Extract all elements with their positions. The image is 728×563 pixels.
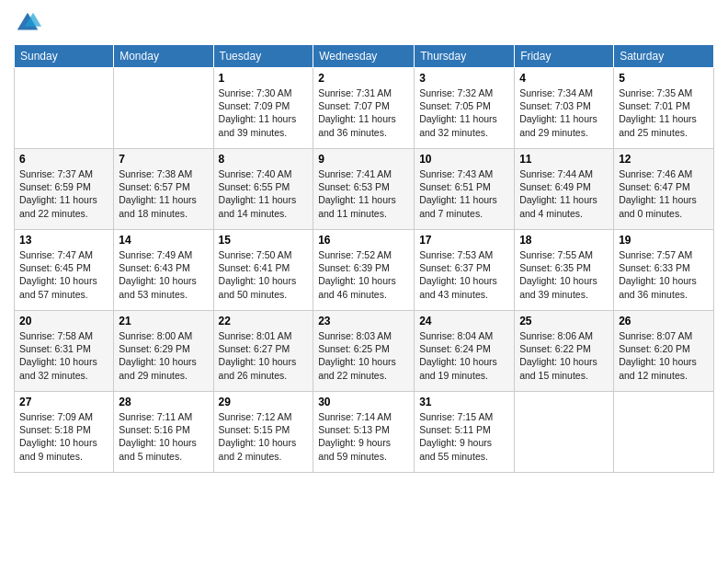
day-number: 1 (219, 72, 309, 85)
day-number: 4 (519, 72, 609, 85)
day-info: Sunrise: 7:09 AM Sunset: 5:18 PM Dayligh… (19, 410, 108, 463)
day-info: Sunrise: 7:12 AM Sunset: 5:15 PM Dayligh… (219, 410, 309, 463)
page: SundayMondayTuesdayWednesdayThursdayFrid… (0, 0, 728, 563)
day-info: Sunrise: 8:04 AM Sunset: 6:24 PM Dayligh… (419, 329, 509, 382)
calendar-cell: 2Sunrise: 7:31 AM Sunset: 7:07 PM Daylig… (313, 68, 415, 149)
calendar-cell: 22Sunrise: 8:01 AM Sunset: 6:27 PM Dayli… (213, 311, 313, 392)
calendar-cell: 9Sunrise: 7:41 AM Sunset: 6:53 PM Daylig… (313, 149, 415, 230)
day-number: 19 (619, 234, 709, 247)
day-info: Sunrise: 8:06 AM Sunset: 6:22 PM Dayligh… (519, 329, 609, 382)
day-info: Sunrise: 7:53 AM Sunset: 6:37 PM Dayligh… (419, 248, 509, 301)
week-row-0: 1Sunrise: 7:30 AM Sunset: 7:09 PM Daylig… (15, 68, 714, 149)
day-number: 16 (318, 234, 409, 247)
header (14, 9, 714, 37)
day-info: Sunrise: 8:01 AM Sunset: 6:27 PM Dayligh… (219, 329, 309, 382)
day-number: 30 (318, 396, 409, 408)
day-number: 25 (519, 315, 609, 327)
day-info: Sunrise: 7:46 AM Sunset: 6:47 PM Dayligh… (619, 167, 709, 220)
day-number: 28 (119, 396, 208, 408)
day-number: 27 (19, 396, 108, 408)
header-day-monday: Monday (114, 45, 213, 68)
day-info: Sunrise: 7:47 AM Sunset: 6:45 PM Dayligh… (19, 248, 108, 301)
calendar-cell (114, 68, 213, 149)
day-number: 29 (219, 396, 309, 408)
header-row: SundayMondayTuesdayWednesdayThursdayFrid… (15, 45, 714, 68)
day-info: Sunrise: 7:15 AM Sunset: 5:11 PM Dayligh… (419, 410, 509, 463)
logo (14, 9, 45, 37)
calendar-cell: 13Sunrise: 7:47 AM Sunset: 6:45 PM Dayli… (15, 230, 114, 311)
week-row-2: 13Sunrise: 7:47 AM Sunset: 6:45 PM Dayli… (15, 230, 714, 311)
calendar-cell: 20Sunrise: 7:58 AM Sunset: 6:31 PM Dayli… (15, 311, 114, 392)
day-info: Sunrise: 7:35 AM Sunset: 7:01 PM Dayligh… (619, 86, 709, 139)
calendar-cell: 6Sunrise: 7:37 AM Sunset: 6:59 PM Daylig… (15, 149, 114, 230)
calendar-body: 1Sunrise: 7:30 AM Sunset: 7:09 PM Daylig… (15, 68, 714, 473)
calendar-cell: 24Sunrise: 8:04 AM Sunset: 6:24 PM Dayli… (415, 311, 515, 392)
day-info: Sunrise: 7:55 AM Sunset: 6:35 PM Dayligh… (519, 248, 609, 301)
header-day-thursday: Thursday (415, 45, 515, 68)
day-info: Sunrise: 7:37 AM Sunset: 6:59 PM Dayligh… (19, 167, 108, 220)
day-info: Sunrise: 7:30 AM Sunset: 7:09 PM Dayligh… (219, 86, 309, 139)
calendar-cell: 27Sunrise: 7:09 AM Sunset: 5:18 PM Dayli… (15, 392, 114, 473)
day-number: 6 (19, 153, 108, 166)
header-day-friday: Friday (515, 45, 614, 68)
calendar-cell: 25Sunrise: 8:06 AM Sunset: 6:22 PM Dayli… (515, 311, 614, 392)
day-number: 9 (318, 153, 409, 166)
day-number: 12 (619, 153, 709, 166)
day-number: 26 (619, 315, 709, 327)
day-info: Sunrise: 7:40 AM Sunset: 6:55 PM Dayligh… (219, 167, 309, 220)
calendar-cell: 19Sunrise: 7:57 AM Sunset: 6:33 PM Dayli… (614, 230, 714, 311)
day-number: 11 (519, 153, 609, 166)
calendar-cell: 3Sunrise: 7:32 AM Sunset: 7:05 PM Daylig… (415, 68, 515, 149)
day-number: 8 (219, 153, 309, 166)
calendar-header: SundayMondayTuesdayWednesdayThursdayFrid… (15, 45, 714, 68)
day-number: 23 (318, 315, 409, 327)
day-info: Sunrise: 8:00 AM Sunset: 6:29 PM Dayligh… (119, 329, 208, 382)
day-number: 17 (419, 234, 509, 247)
calendar-cell: 10Sunrise: 7:43 AM Sunset: 6:51 PM Dayli… (415, 149, 515, 230)
day-info: Sunrise: 7:41 AM Sunset: 6:53 PM Dayligh… (318, 167, 409, 220)
calendar-cell: 14Sunrise: 7:49 AM Sunset: 6:43 PM Dayli… (114, 230, 213, 311)
logo-icon (14, 9, 41, 37)
day-info: Sunrise: 7:38 AM Sunset: 6:57 PM Dayligh… (119, 167, 208, 220)
week-row-3: 20Sunrise: 7:58 AM Sunset: 6:31 PM Dayli… (15, 311, 714, 392)
day-info: Sunrise: 7:43 AM Sunset: 6:51 PM Dayligh… (419, 167, 509, 220)
calendar-cell: 30Sunrise: 7:14 AM Sunset: 5:13 PM Dayli… (313, 392, 415, 473)
day-info: Sunrise: 7:32 AM Sunset: 7:05 PM Dayligh… (419, 86, 509, 139)
calendar-cell (614, 392, 714, 473)
calendar-cell: 28Sunrise: 7:11 AM Sunset: 5:16 PM Dayli… (114, 392, 213, 473)
calendar: SundayMondayTuesdayWednesdayThursdayFrid… (14, 44, 714, 473)
day-info: Sunrise: 7:50 AM Sunset: 6:41 PM Dayligh… (219, 248, 309, 301)
calendar-cell: 21Sunrise: 8:00 AM Sunset: 6:29 PM Dayli… (114, 311, 213, 392)
day-info: Sunrise: 7:49 AM Sunset: 6:43 PM Dayligh… (119, 248, 208, 301)
calendar-cell: 29Sunrise: 7:12 AM Sunset: 5:15 PM Dayli… (213, 392, 313, 473)
day-number: 15 (219, 234, 309, 247)
week-row-4: 27Sunrise: 7:09 AM Sunset: 5:18 PM Dayli… (15, 392, 714, 473)
day-number: 2 (318, 72, 409, 85)
day-number: 10 (419, 153, 509, 166)
day-number: 21 (119, 315, 208, 327)
calendar-cell: 23Sunrise: 8:03 AM Sunset: 6:25 PM Dayli… (313, 311, 415, 392)
calendar-cell (515, 392, 614, 473)
calendar-cell: 26Sunrise: 8:07 AM Sunset: 6:20 PM Dayli… (614, 311, 714, 392)
day-number: 24 (419, 315, 509, 327)
header-day-saturday: Saturday (614, 45, 714, 68)
calendar-cell: 31Sunrise: 7:15 AM Sunset: 5:11 PM Dayli… (415, 392, 515, 473)
day-number: 22 (219, 315, 309, 327)
day-info: Sunrise: 8:07 AM Sunset: 6:20 PM Dayligh… (619, 329, 709, 382)
day-number: 31 (419, 396, 509, 408)
day-number: 3 (419, 72, 509, 85)
day-number: 18 (519, 234, 609, 247)
day-info: Sunrise: 7:58 AM Sunset: 6:31 PM Dayligh… (19, 329, 108, 382)
calendar-cell: 18Sunrise: 7:55 AM Sunset: 6:35 PM Dayli… (515, 230, 614, 311)
header-day-tuesday: Tuesday (213, 45, 313, 68)
day-info: Sunrise: 7:31 AM Sunset: 7:07 PM Dayligh… (318, 86, 409, 139)
day-info: Sunrise: 7:52 AM Sunset: 6:39 PM Dayligh… (318, 248, 409, 301)
day-number: 14 (119, 234, 208, 247)
calendar-cell: 1Sunrise: 7:30 AM Sunset: 7:09 PM Daylig… (213, 68, 313, 149)
day-info: Sunrise: 7:11 AM Sunset: 5:16 PM Dayligh… (119, 410, 208, 463)
day-info: Sunrise: 7:44 AM Sunset: 6:49 PM Dayligh… (519, 167, 609, 220)
calendar-cell (15, 68, 114, 149)
calendar-cell: 12Sunrise: 7:46 AM Sunset: 6:47 PM Dayli… (614, 149, 714, 230)
calendar-cell: 7Sunrise: 7:38 AM Sunset: 6:57 PM Daylig… (114, 149, 213, 230)
calendar-cell: 17Sunrise: 7:53 AM Sunset: 6:37 PM Dayli… (415, 230, 515, 311)
